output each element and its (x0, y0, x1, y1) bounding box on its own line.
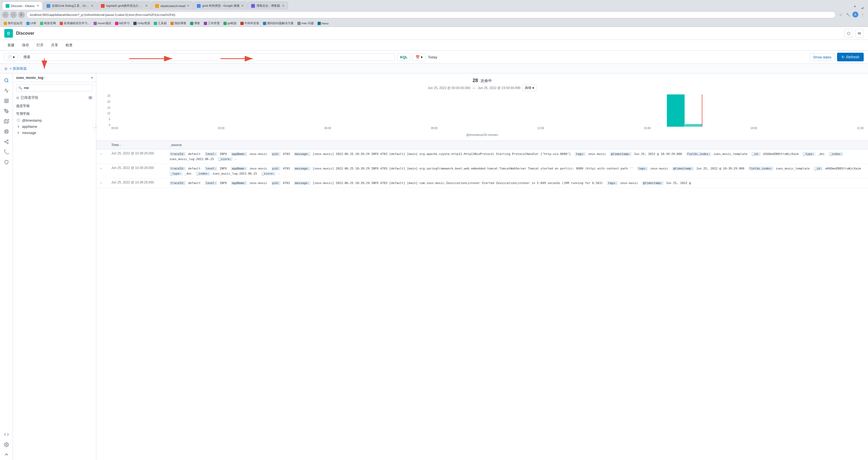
bookmark-work[interactable]: 工作所需 (202, 21, 221, 26)
tab-elastic[interactable]: elasticsearch-head ✕ (152, 2, 193, 10)
field-item-timestamp[interactable]: 🕐 @timestamp (16, 117, 93, 123)
tab-logstash[interactable]: logstash grok插件语法介绍_还... ✕ (97, 2, 151, 10)
field-type-icon-timestamp: 🕐 (16, 119, 21, 122)
nav-bottom-arrow[interactable] (4, 450, 9, 460)
refresh-button[interactable]: ↻ Refresh (837, 53, 864, 61)
tab-grok1[interactable]: 在线Grok Debug工具，Grok校... ✕ (43, 2, 97, 10)
bookmark-icon-myblog (170, 22, 174, 25)
nav-icon-maps[interactable] (2, 117, 11, 126)
histogram-bar-24 (541, 94, 559, 127)
menu-button[interactable]: ⋮ (859, 11, 866, 18)
col-time-header[interactable]: Time ↓ (111, 143, 165, 147)
bookmark-music[interactable]: music项目 (92, 21, 113, 26)
bookmark-langs[interactable]: 各类编程语言学习... (58, 21, 91, 26)
row-expand-2[interactable]: › (100, 166, 107, 170)
bookmark-problems[interactable]: 遇到的问题解决方案 (261, 21, 295, 26)
profile-button[interactable]: A (852, 11, 858, 18)
table-header: Time ↓ _source (96, 141, 868, 149)
bookmark-middleware[interactable]: 中间件安装 (239, 21, 261, 26)
bookmark-uilib[interactable]: UI库 (25, 21, 38, 26)
url-bar[interactable]: localhost:5601/app/kibana#/discover?_g=(… (26, 11, 836, 18)
histogram-bar-16 (398, 94, 416, 127)
src-key: _id: (814, 166, 823, 171)
bookmark-tools[interactable]: 工具箱 (152, 21, 168, 26)
nav-icon-graph[interactable] (2, 137, 11, 147)
menu-open-button[interactable]: 打开 (33, 42, 47, 49)
histogram-bar-34 (721, 94, 738, 127)
bookmark-unity[interactable]: Unity资源 (132, 21, 152, 26)
tab-close-kibana[interactable]: ✕ (37, 4, 39, 7)
bookmark-hexo[interactable]: Hexo (316, 21, 330, 26)
src-key: _id: (751, 152, 761, 156)
field-name-timestamp: @timestamp (22, 118, 42, 122)
menu-new-button[interactable]: 新建 (4, 42, 18, 49)
field-item-appname[interactable]: t appName (16, 123, 93, 130)
x-label-0600: 06:00 (324, 127, 331, 130)
bookmark-mac[interactable]: mac 问题 (296, 21, 315, 26)
field-name-appname: appName (22, 125, 37, 129)
nav-icon-ml[interactable] (2, 127, 11, 136)
extensions-button[interactable]: 🔧 (845, 11, 851, 18)
bookmark-button[interactable]: ☆ (837, 11, 844, 18)
nav-icon-management[interactable] (2, 440, 11, 450)
tab-blog[interactable]: 博客后台 - 博客园 ✕ (248, 2, 288, 10)
nav-icon-discover[interactable] (2, 75, 11, 85)
row-expand-1[interactable]: › (100, 152, 107, 156)
auto-interval-button[interactable]: 自动 ▾ (523, 85, 536, 91)
date-picker-button[interactable]: 📅 ▾ (412, 53, 426, 61)
new-tab-button[interactable]: + (851, 3, 858, 10)
tab-close-grok1[interactable]: ✕ (91, 4, 93, 7)
field-type-icon-appname: t (16, 125, 21, 129)
forward-button[interactable]: → (10, 11, 17, 18)
tab-label-logstash: logstash grok插件语法介绍_还... (106, 4, 144, 8)
bookmark-myblog[interactable]: 我的博客 (169, 21, 188, 26)
nav-icon-siem[interactable] (2, 157, 11, 167)
src-key: fields.index: (686, 152, 711, 156)
nav-icon-apm[interactable] (2, 147, 11, 157)
field-item-message[interactable]: t message (16, 130, 93, 136)
bookmark-go[interactable]: go框架 (222, 21, 238, 26)
tab-close-elastic[interactable]: ✕ (187, 4, 189, 7)
topbar-share-button[interactable]: ⬡ (844, 29, 853, 38)
add-filter-button[interactable]: + 添加筛选 (10, 66, 27, 71)
bookmark-blog[interactable]: 博客 (188, 21, 202, 26)
selected-fields-header[interactable]: ⊘ 已筛选字段 0 (16, 94, 93, 102)
x-label-0000: 00:00 (111, 127, 118, 130)
menu-share-button[interactable]: 共享 (48, 42, 61, 49)
nav-icon-canvas[interactable] (2, 106, 11, 116)
y-label-15: 15 (100, 106, 111, 109)
tab-kibana[interactable]: Discover - Kibana ✕ (2, 2, 42, 10)
histogram-bar-11 (308, 94, 326, 127)
nav-icon-devtools[interactable] (2, 430, 11, 439)
table-row: › Jun 25, 2022 @ 10:39:29.000 traceId: d… (96, 149, 868, 164)
field-search-icon: 🔍 (18, 86, 22, 90)
bookmark-icon-tools (154, 22, 157, 25)
tab-google[interactable]: grok 时间类型 - Google 搜索 ✕ (193, 2, 247, 10)
tab-close-blog[interactable]: ✕ (282, 4, 284, 7)
kql-button[interactable]: KQL (397, 53, 410, 61)
search-input[interactable] (20, 53, 395, 61)
field-search-wrap: 🔍 (16, 84, 93, 91)
bookmark-framework[interactable]: 框架官网 (38, 21, 58, 26)
window-control-min[interactable]: ⊿ (861, 6, 864, 10)
index-pattern-chevron[interactable]: ▾ (91, 76, 93, 80)
topbar-alerts-button[interactable]: ✉ (855, 29, 864, 38)
bookmark-icon-uilib (26, 22, 30, 25)
bookmark-home[interactable]: 青柠起始页 (2, 21, 24, 26)
source-col-label: _source (169, 143, 182, 147)
tab-close-logstash[interactable]: ✕ (145, 4, 148, 7)
reload-button[interactable]: ↻ (18, 11, 25, 18)
show-dates-button[interactable]: Show dates (810, 53, 835, 61)
row-expand-3[interactable]: › (100, 181, 107, 185)
menu-inspect-button[interactable]: 检查 (62, 42, 76, 49)
tab-label-blog: 博客后台 - 博客园 (256, 4, 280, 8)
nav-icon-dashboard[interactable] (2, 96, 11, 106)
field-search-input[interactable] (16, 84, 93, 91)
tab-close-google[interactable]: ✕ (241, 4, 244, 7)
nav-icon-visualize[interactable] (2, 86, 11, 95)
back-button[interactable]: ← (2, 11, 9, 18)
menu-save-button[interactable]: 保存 (19, 42, 32, 49)
row-time-2: Jun 25, 2022 @ 10:39:29.000 (111, 166, 165, 170)
index-pattern-dropdown[interactable]: 📄 ▾ (4, 53, 18, 61)
bookmark-bilibili[interactable]: b站学习 (114, 21, 131, 26)
